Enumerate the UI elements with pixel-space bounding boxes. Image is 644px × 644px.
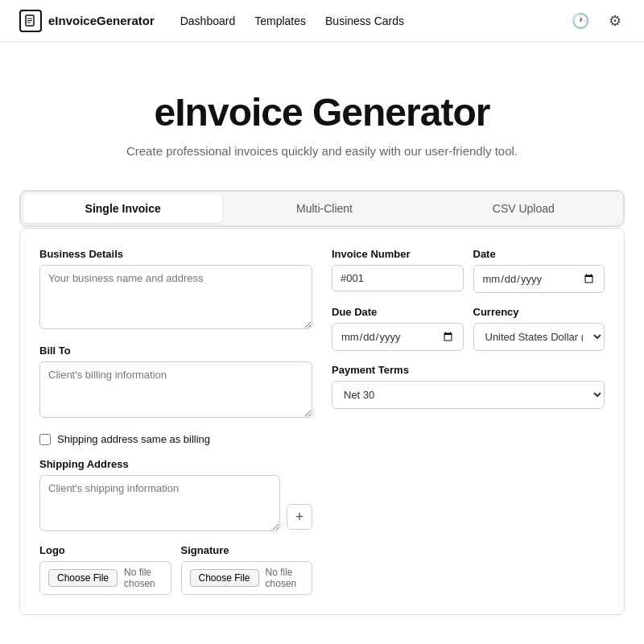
business-details-field: Business Details: [39, 248, 312, 332]
shipping-address-label: Shipping Address: [39, 458, 312, 470]
main-content: Single Invoice Multi-Client CSV Upload B…: [0, 190, 644, 644]
payment-terms-select[interactable]: Net 30 Net 15 Net 60 Due on Receipt: [332, 381, 605, 409]
shipping-checkbox-row: Shipping address same as billing: [39, 433, 312, 445]
navbar: eInvoiceGenerator Dashboard Templates Bu…: [0, 0, 644, 42]
hero-subtitle: Create professional invoices quickly and…: [19, 144, 625, 158]
history-icon-button[interactable]: 🕐: [568, 9, 592, 33]
invoice-number-input[interactable]: [332, 265, 464, 291]
business-details-label: Business Details: [39, 248, 312, 260]
due-date-field: Due Date: [332, 306, 464, 351]
logo-file-name: No file chosen: [124, 567, 162, 589]
logo-field: Logo Choose File No file chosen: [39, 544, 171, 595]
shipping-same-label[interactable]: Shipping address same as billing: [57, 433, 210, 445]
tab-bar: Single Invoice Multi-Client CSV Upload: [20, 191, 624, 226]
nav-dashboard[interactable]: Dashboard: [180, 14, 236, 27]
tab-csv-upload[interactable]: CSV Upload: [424, 192, 623, 225]
logo-text: eInvoiceGenerator: [48, 14, 155, 27]
form-left-col: Business Details Bill To Shipping addres…: [39, 248, 312, 595]
bill-to-textarea[interactable]: [39, 361, 312, 418]
shipping-address-field: Shipping Address +: [39, 458, 312, 531]
history-icon: 🕐: [572, 13, 589, 29]
signature-file-wrap: Choose File No file chosen: [181, 561, 313, 595]
settings-icon-button[interactable]: ⚙: [605, 9, 625, 33]
date-label: Date: [473, 248, 605, 260]
due-date-label: Due Date: [332, 306, 464, 318]
signature-label: Signature: [181, 544, 313, 556]
nav-icon-group: 🕐 ⚙: [568, 9, 625, 33]
invoice-date-row: Invoice Number Date: [332, 248, 605, 293]
currency-label: Currency: [473, 306, 605, 318]
signature-file-name: No file chosen: [266, 567, 303, 589]
shipping-address-textarea[interactable]: [39, 475, 280, 531]
nav-business-cards[interactable]: Business Cards: [325, 14, 404, 27]
due-date-input[interactable]: [332, 323, 464, 351]
tabs-wrapper: Single Invoice Multi-Client CSV Upload: [19, 190, 625, 227]
invoice-number-label: Invoice Number: [332, 248, 464, 260]
tab-multi-client[interactable]: Multi-Client: [225, 192, 423, 225]
due-currency-row: Due Date Currency United States Dollar (…: [332, 306, 605, 351]
nav-links: Dashboard Templates Business Cards: [180, 14, 568, 27]
shipping-row: +: [39, 475, 312, 531]
signature-choose-file-button[interactable]: Choose File: [190, 569, 259, 587]
form-grid: Business Details Bill To Shipping addres…: [39, 248, 605, 595]
logo: eInvoiceGenerator: [19, 10, 155, 32]
settings-icon: ⚙: [609, 13, 621, 29]
logo-choose-file-button[interactable]: Choose File: [48, 569, 118, 587]
currency-select[interactable]: United States Dollar (USD) Euro (EUR) Br…: [473, 323, 605, 351]
logo-icon: [19, 10, 42, 32]
payment-terms-label: Payment Terms: [332, 364, 605, 376]
payment-terms-field: Payment Terms Net 30 Net 15 Net 60 Due o…: [332, 364, 605, 409]
logo-file-wrap: Choose File No file chosen: [39, 561, 171, 595]
hero-section: eInvoice Generator Create professional i…: [0, 42, 644, 190]
form-right-col: Invoice Number Date Due Date Cu: [332, 248, 605, 595]
date-input[interactable]: [473, 265, 605, 293]
tab-single-invoice[interactable]: Single Invoice: [23, 194, 222, 223]
invoice-number-field: Invoice Number: [332, 248, 464, 293]
logo-label: Logo: [39, 544, 171, 556]
nav-templates[interactable]: Templates: [254, 14, 306, 27]
business-details-textarea[interactable]: [39, 265, 312, 329]
hero-title: eInvoice Generator: [19, 90, 625, 134]
file-inputs-row: Logo Choose File No file chosen Signatur…: [39, 544, 312, 595]
bill-to-label: Bill To: [39, 345, 312, 357]
form-card: Business Details Bill To Shipping addres…: [19, 228, 625, 615]
add-shipping-button[interactable]: +: [287, 504, 312, 530]
signature-field: Signature Choose File No file chosen: [181, 544, 313, 595]
currency-field: Currency United States Dollar (USD) Euro…: [473, 306, 605, 351]
bill-to-field: Bill To: [39, 345, 312, 420]
date-field: Date: [473, 248, 605, 293]
shipping-same-checkbox[interactable]: [39, 434, 51, 445]
